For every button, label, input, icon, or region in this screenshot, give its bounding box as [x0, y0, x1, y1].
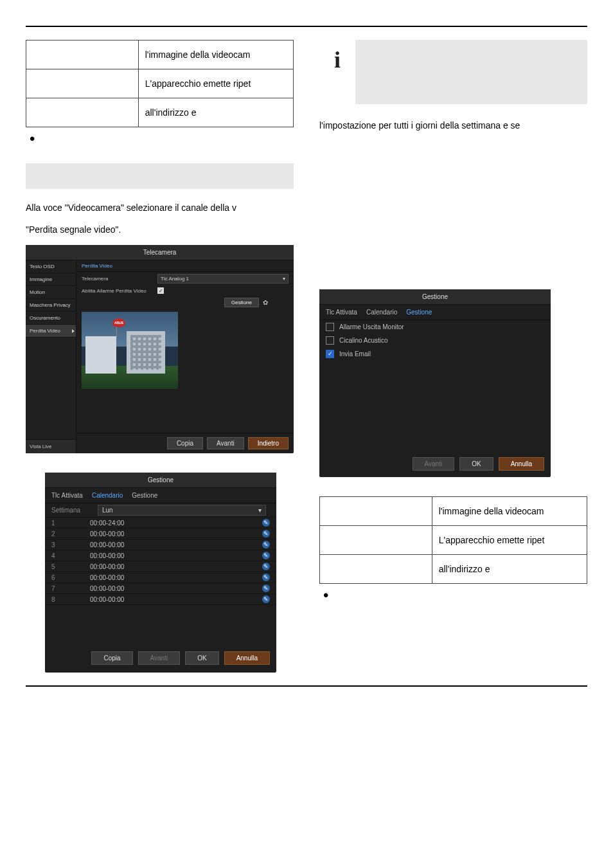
chevron-down-icon: ▾: [283, 276, 285, 282]
cancel-button[interactable]: Annulla: [499, 457, 544, 471]
table2-r1-left: [320, 525, 432, 554]
table2-r0-right: l'immagine della videocam: [432, 496, 587, 525]
sidebar-liveview[interactable]: Vista Live: [26, 439, 76, 453]
copy-button[interactable]: Copia: [167, 437, 203, 449]
schedule-dialog-screenshot: Gestione Tlc Attivata Calendario Gestion…: [45, 473, 276, 673]
opt-email[interactable]: ✓ Invia Email: [319, 347, 551, 361]
table1-r0-right: l'immagine della videocam: [138, 41, 293, 69]
paragraph-camera-select: Alla voce "Videocamera" selezionare il c…: [26, 202, 294, 215]
table1-r0-left: [26, 41, 139, 69]
sidebar-item-motion[interactable]: Motion: [26, 286, 76, 299]
paragraph-video-loss: "Perdita segnale video".: [26, 224, 294, 237]
next-button[interactable]: Avanti: [138, 651, 181, 665]
info-callout: i: [319, 40, 587, 104]
time-slot[interactable]: 00:00-00:00: [90, 552, 262, 559]
manage-button[interactable]: Gestione: [224, 298, 259, 307]
table2-r2-right: all'indirizzo e: [432, 554, 587, 583]
ok-button[interactable]: OK: [459, 457, 493, 471]
ok-button[interactable]: OK: [185, 651, 218, 665]
time-slot[interactable]: 00:00-00:00: [90, 596, 262, 603]
checkbox-icon[interactable]: [326, 336, 334, 345]
next-button[interactable]: Avanti: [413, 457, 455, 471]
edit-icon[interactable]: ✎: [262, 595, 270, 603]
edit-icon[interactable]: ✎: [262, 519, 270, 527]
bullet-2: •: [319, 590, 587, 601]
tab-gestione[interactable]: Gestione: [132, 492, 157, 499]
tab-calendario[interactable]: Calendario: [366, 309, 397, 316]
edit-icon[interactable]: ✎: [262, 563, 270, 570]
section-bar: [26, 163, 294, 189]
edit-icon[interactable]: ✎: [262, 552, 270, 559]
camera-sidebar: Testo OSD Immagine Motion Maschera Priva…: [26, 260, 76, 453]
table1-r2-right: all'indirizzo e: [138, 98, 293, 127]
bullet-1: •: [26, 134, 294, 144]
time-slot[interactable]: 00:00-00:00: [90, 574, 262, 581]
enable-alarm-checkbox[interactable]: ✓: [157, 287, 164, 294]
gear-icon[interactable]: ✿: [263, 299, 268, 306]
sidebar-item-privacy[interactable]: Maschera Privacy: [26, 299, 76, 312]
chevron-down-icon: ▾: [258, 507, 262, 514]
week-select[interactable]: Lun ▾: [98, 505, 266, 516]
camera-select-label: Telecamera: [82, 276, 152, 282]
edit-icon[interactable]: ✎: [262, 530, 270, 538]
reaction-table-2: l'immagine della videocam L'apparecchio …: [319, 496, 587, 584]
cancel-button[interactable]: Annulla: [224, 651, 270, 665]
edit-icon[interactable]: ✎: [262, 541, 270, 548]
enable-alarm-label: Abilita Allarme Perdita Video: [82, 288, 152, 294]
checkbox-icon[interactable]: [326, 323, 334, 331]
next-button[interactable]: Avanti: [207, 437, 244, 449]
copy-button[interactable]: Copia: [91, 651, 132, 665]
tab-tlc-attivata[interactable]: Tlc Attivata: [326, 309, 357, 316]
camera-settings-screenshot: Telecamera Testo OSD Immagine Motion Mas…: [26, 245, 294, 453]
time-slot[interactable]: 00:00-24:00: [90, 520, 262, 527]
sidebar-item-tamper[interactable]: Oscuramento: [26, 312, 76, 325]
sidebar-item-image[interactable]: Immagine: [26, 273, 76, 286]
info-body: [355, 40, 587, 104]
table2-r2-left: [320, 554, 432, 583]
table1-r1-right: L'apparecchio emette ripet: [138, 69, 293, 98]
back-button[interactable]: Indietro: [248, 437, 289, 449]
camera-preview: ABUS: [82, 312, 178, 389]
sidebar-item-videoloss[interactable]: Perdita Video: [26, 325, 76, 338]
camera-select[interactable]: Tlc Analog 1 ▾: [157, 274, 289, 284]
opt-monitor[interactable]: Allarme Uscita Monitor: [319, 320, 551, 334]
sidebar-item-osd[interactable]: Testo OSD: [26, 260, 76, 273]
reaction-dialog-screenshot: Gestione Tlc Attivata Calendario Gestion…: [319, 289, 551, 477]
reaction-table-1: l'immagine della videocam L'apparecchio …: [26, 40, 294, 127]
reaction-title: Gestione: [319, 289, 551, 305]
time-slot[interactable]: 00:00-00:00: [90, 585, 262, 592]
table2-r0-left: [320, 496, 432, 525]
opt-buzzer[interactable]: Cicalino Acustico: [319, 334, 551, 347]
camera-tab[interactable]: Perdita Video: [76, 260, 294, 272]
tab-gestione[interactable]: Gestione: [406, 309, 432, 316]
edit-icon[interactable]: ✎: [262, 574, 270, 581]
table1-r1-left: [26, 69, 139, 98]
table2-r1-right: L'apparecchio emette ripet: [432, 525, 587, 554]
info-icon: i: [319, 40, 355, 104]
time-slot[interactable]: 00:00-00:00: [90, 541, 262, 548]
schedule-title: Gestione: [45, 473, 276, 488]
camera-title: Telecamera: [26, 245, 294, 260]
tab-calendario[interactable]: Calendario: [92, 492, 123, 499]
tab-tlc-attivata[interactable]: Tlc Attivata: [51, 492, 83, 499]
table1-r2-left: [26, 98, 139, 127]
edit-icon[interactable]: ✎: [262, 584, 270, 592]
time-slot[interactable]: 00:00-00:00: [90, 563, 262, 570]
week-label: Settimana: [51, 507, 98, 514]
checkbox-icon[interactable]: ✓: [326, 350, 334, 358]
time-slot[interactable]: 00:00-00:00: [90, 530, 262, 538]
paragraph-copy-week: l'impostazione per tutti i giorni della …: [319, 120, 587, 132]
abus-logo: ABUS: [112, 318, 125, 327]
